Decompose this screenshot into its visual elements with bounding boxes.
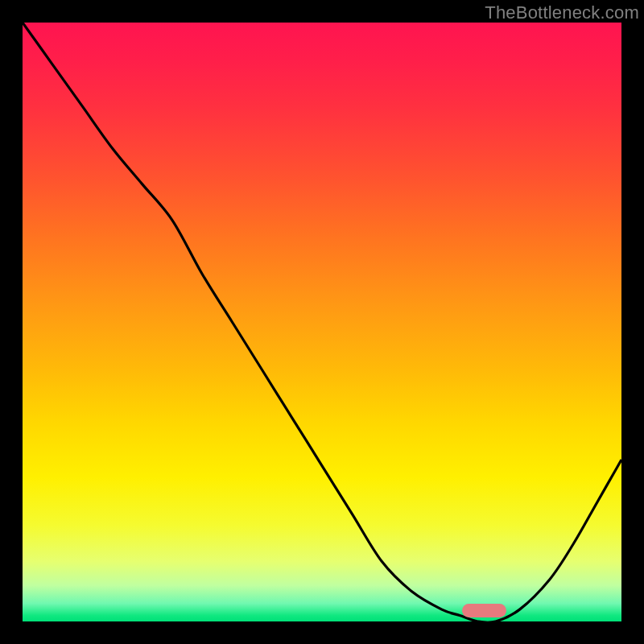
- optimal-marker: [462, 604, 506, 617]
- watermark-text: TheBottleneck.com: [485, 2, 639, 23]
- bottleneck-curve: [23, 23, 621, 621]
- plot-area: [23, 23, 621, 621]
